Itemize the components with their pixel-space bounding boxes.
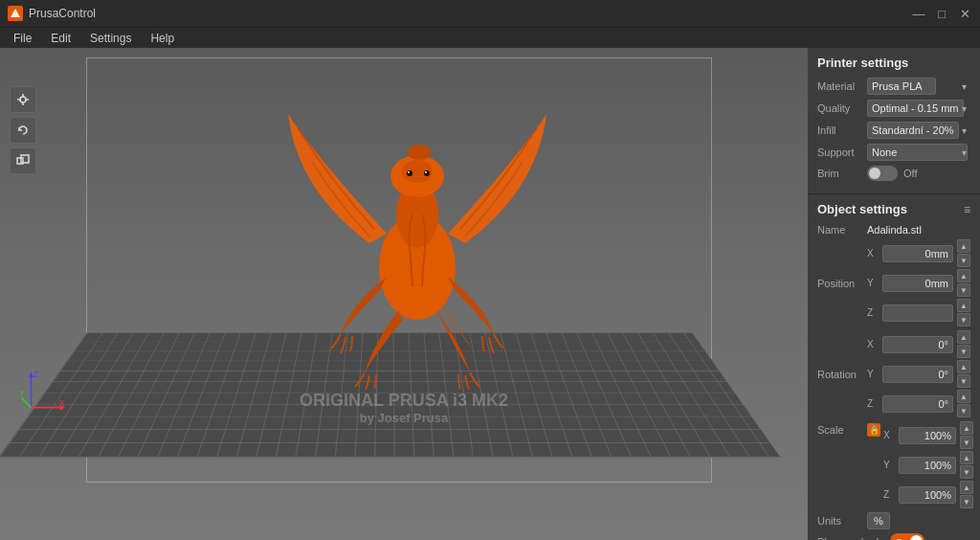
3d-model[interactable]: [283, 66, 551, 392]
menu-help[interactable]: Help: [143, 30, 182, 47]
rotation-z-row: Z ▲ ▼: [867, 390, 970, 417]
right-panel: Printer settings Material Prusa PLA Prus…: [808, 48, 980, 540]
rotation-xyz: X ▲ ▼ Y ▲ ▼: [867, 330, 970, 417]
quality-select-wrapper: Optimal - 0.15 mm Fast - 0.2 mm Detail -…: [867, 100, 970, 117]
rotation-z-input[interactable]: [882, 395, 953, 413]
scale-x-input[interactable]: [899, 427, 956, 444]
scale-z-input[interactable]: [899, 486, 956, 504]
position-y-input[interactable]: [882, 275, 953, 292]
quality-select[interactable]: Optimal - 0.15 mm Fast - 0.2 mm Detail -…: [867, 100, 964, 117]
scale-z-down[interactable]: ▼: [960, 495, 973, 508]
rotation-z-down[interactable]: ▼: [957, 404, 970, 417]
object-settings-header: Object settings ≡: [817, 202, 970, 216]
scale-y-row: Y ▲ ▼: [883, 451, 973, 479]
place-on-bed-value: On: [896, 537, 907, 541]
position-z-row: Z ▲ ▼: [867, 299, 970, 326]
maximize-button[interactable]: □: [934, 6, 949, 21]
scale-xyz: X ▲ ▼ Y ▲ ▼: [883, 421, 973, 508]
infill-select-wrapper: Standardní - 20% Low - 10% High - 40%: [867, 122, 970, 139]
rotation-x-up[interactable]: ▲: [957, 330, 970, 344]
scale-y-up[interactable]: ▲: [960, 451, 973, 464]
rotation-x-row: X ▲ ▼: [867, 330, 970, 358]
place-on-bed-toggle[interactable]: On: [890, 533, 924, 540]
position-x-input[interactable]: [882, 245, 953, 262]
brim-toggle-row: Off: [867, 166, 917, 181]
app-title: PrusaControl: [29, 7, 96, 20]
support-select[interactable]: None Everywhere Touching buildplate: [867, 144, 968, 161]
scale-content: 🔒 X ▲ ▼ Y: [867, 421, 973, 508]
scale-lock-button[interactable]: 🔒: [867, 423, 880, 437]
rotation-x-label: X: [867, 339, 879, 349]
printer-settings-section: Printer settings Material Prusa PLA Prus…: [808, 48, 980, 194]
material-select-wrapper: Prusa PLA Prusa ABS Prusa PETG: [867, 78, 970, 95]
rotate-tool-button[interactable]: [10, 117, 36, 144]
scale-x-label: X: [883, 430, 895, 440]
scale-x-up[interactable]: ▲: [960, 421, 973, 435]
position-x-row: X ▲ ▼: [867, 239, 970, 267]
scale-y-input[interactable]: [899, 457, 956, 474]
rotation-y-input[interactable]: [882, 366, 953, 383]
rotation-x-input[interactable]: [882, 336, 953, 353]
rotation-label: Rotation: [817, 369, 867, 380]
object-name-value: Adalinda.stl: [867, 224, 922, 236]
scale-y-down[interactable]: ▼: [960, 465, 973, 479]
app-icon: [8, 6, 23, 21]
rotation-y-down[interactable]: ▼: [957, 374, 970, 388]
object-settings-menu-icon[interactable]: ≡: [964, 203, 970, 216]
position-y-label: Y: [867, 278, 879, 288]
position-y-row: Y ▲ ▼: [867, 269, 970, 297]
position-z-input[interactable]: [882, 304, 953, 322]
units-value[interactable]: %: [867, 512, 890, 529]
scale-x-down[interactable]: ▼: [960, 436, 973, 449]
position-x-up[interactable]: ▲: [957, 239, 970, 253]
position-x-down[interactable]: ▼: [957, 254, 970, 267]
menu-file[interactable]: File: [6, 30, 39, 47]
infill-row: Infill Standardní - 20% Low - 10% High -…: [817, 122, 970, 139]
left-toolbar: [10, 86, 36, 174]
3d-viewport[interactable]: ORIGINAL PRUSA i3 MK2 by Josef Prusa: [0, 48, 808, 540]
support-select-wrapper: None Everywhere Touching buildplate: [867, 144, 970, 161]
svg-point-13: [407, 170, 412, 176]
position-y-up[interactable]: ▲: [957, 269, 970, 282]
svg-point-14: [408, 171, 410, 173]
rotation-z-up[interactable]: ▲: [957, 390, 970, 403]
position-xyz: X ▲ ▼ Y ▲ ▼: [867, 239, 970, 326]
rotation-x-down[interactable]: ▼: [957, 345, 970, 358]
main-content: ORIGINAL PRUSA i3 MK2 by Josef Prusa: [0, 48, 980, 540]
object-name-label: Name: [817, 224, 867, 236]
svg-rect-7: [21, 155, 29, 163]
brim-label: Brim: [817, 168, 867, 179]
scale-x-row: X ▲ ▼: [883, 421, 973, 449]
material-select[interactable]: Prusa PLA Prusa ABS Prusa PETG: [867, 78, 936, 95]
scale-z-up[interactable]: ▲: [960, 481, 973, 494]
units-label: Units: [817, 515, 867, 527]
menu-edit[interactable]: Edit: [43, 30, 78, 47]
position-row: Position X ▲ ▼ Y ▲: [817, 239, 970, 326]
svg-point-16: [425, 171, 427, 173]
svg-text:Y: Y: [19, 389, 25, 398]
rotation-y-row: Y ▲ ▼: [867, 360, 970, 388]
titlebar-left: PrusaControl: [8, 6, 96, 21]
window-controls[interactable]: — □ ✕: [911, 6, 972, 21]
menu-settings[interactable]: Settings: [82, 30, 139, 47]
position-y-down[interactable]: ▼: [957, 283, 970, 297]
move-tool-button[interactable]: [10, 86, 36, 113]
rotation-y-up[interactable]: ▲: [957, 360, 970, 373]
infill-select[interactable]: Standardní - 20% Low - 10% High - 40%: [867, 122, 959, 139]
rotation-z-label: Z: [867, 398, 879, 409]
svg-marker-0: [11, 9, 20, 17]
object-settings-title: Object settings: [817, 202, 907, 216]
brim-row: Brim Off: [817, 166, 970, 181]
minimize-button[interactable]: —: [911, 6, 926, 21]
close-button[interactable]: ✕: [957, 6, 972, 21]
position-z-down[interactable]: ▼: [957, 313, 970, 326]
position-x-label: X: [867, 248, 879, 259]
brim-toggle[interactable]: [867, 166, 898, 181]
scale-tool-button[interactable]: [10, 147, 36, 174]
object-name-row: Name Adalinda.stl: [817, 224, 970, 236]
infill-label: Infill: [817, 124, 867, 136]
material-label: Material: [817, 80, 867, 92]
position-z-up[interactable]: ▲: [957, 299, 970, 312]
rotation-row: Rotation X ▲ ▼ Y ▲: [817, 330, 970, 417]
position-label: Position: [817, 278, 867, 289]
